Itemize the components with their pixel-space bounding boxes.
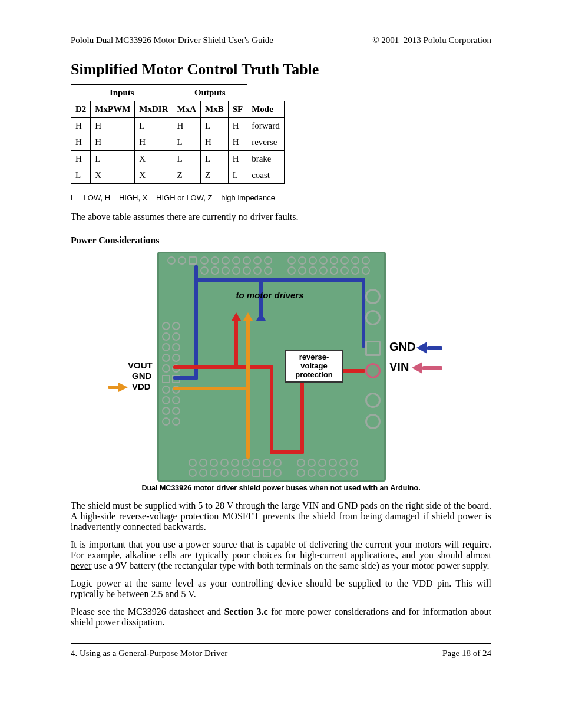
para-assumption: The above table assumes there are curren… — [71, 212, 491, 222]
footer-left: 4. Using as a General-Purpose Motor Driv… — [71, 648, 227, 658]
gnd-pad — [365, 341, 381, 356]
th-mode: Mode — [247, 101, 284, 118]
th-mxb: MxB — [201, 101, 229, 118]
table-row: HLXLLHbrake — [71, 151, 285, 167]
truth-table: Inputs Outputs D2 MxPWM MxDIR MxA MxB SF… — [71, 84, 285, 184]
trace-blue — [362, 278, 365, 348]
th-mxpwm: MxPWM — [91, 101, 135, 118]
arrowhead-icon — [243, 312, 253, 321]
trace-orange — [173, 387, 250, 390]
th-inputs: Inputs — [71, 85, 173, 101]
label-vout: VOUT — [128, 360, 153, 370]
page-footer: 4. Using as a General-Purpose Motor Driv… — [71, 648, 491, 658]
table-header-row: D2 MxPWM MxDIR MxA MxB SF Mode — [71, 101, 285, 118]
big-pad — [365, 310, 381, 325]
arrow-stem — [427, 346, 442, 350]
header-right: © 2001–2013 Pololu Corporation — [372, 35, 491, 45]
label-reverse-voltage: reverse-voltage protection — [285, 350, 343, 383]
big-pad — [365, 289, 381, 304]
trace-blue — [194, 278, 365, 282]
trace-red — [270, 365, 273, 454]
label-vin: VIN — [389, 360, 409, 374]
label-gnd-left: GND — [132, 371, 151, 381]
para-current: It is important that you use a power sou… — [71, 539, 491, 571]
th-outputs: Outputs — [173, 85, 247, 101]
th-mxdir: MxDIR — [135, 101, 173, 118]
figure: to motor drivers reverse-voltage protect… — [134, 252, 428, 482]
th-mxa: MxA — [173, 101, 201, 118]
trace-blue — [194, 265, 198, 380]
label-to-motor-drivers: to motor drivers — [223, 290, 317, 300]
arrowhead-icon — [232, 312, 241, 321]
trace-blue — [173, 376, 198, 380]
trace-orange — [246, 319, 250, 459]
label-gnd-right: GND — [389, 340, 415, 354]
header-left: Pololu Dual MC33926 Motor Driver Shield … — [71, 35, 273, 45]
board-diagram: to motor drivers reverse-voltage protect… — [157, 252, 386, 482]
figure-caption: Dual MC33926 motor driver shield power b… — [116, 484, 446, 492]
trace-red — [270, 450, 304, 454]
subheading-power: Power Considerations — [71, 235, 491, 246]
para-supply: The shield must be supplied with 5 to 28… — [71, 500, 491, 532]
arrowhead-icon — [256, 312, 266, 321]
arrow-stem — [422, 366, 442, 370]
trace-red — [173, 365, 273, 369]
arrow-stem — [108, 386, 120, 389]
para-logic: Logic power at the same level as your co… — [71, 578, 491, 599]
arrow-vdd-icon — [118, 383, 128, 392]
arrow-gnd-icon — [416, 342, 427, 354]
th-sf: SF — [228, 101, 247, 118]
page-header: Pololu Dual MC33926 Motor Driver Shield … — [71, 35, 491, 45]
th-d2: D2 — [71, 101, 91, 118]
table-row: HHLHLHforward — [71, 118, 285, 134]
section-title: Simplified Motor Control Truth Table — [71, 61, 491, 78]
big-pad — [365, 393, 381, 408]
footer-right: Page 18 of 24 — [442, 648, 491, 658]
para-datasheet: Please see the MC33926 datasheet and Sec… — [71, 607, 491, 628]
big-pad — [365, 414, 381, 429]
label-vdd: VDD — [132, 381, 151, 391]
vin-pad — [365, 363, 381, 378]
trace-red — [234, 319, 238, 368]
footer-rule — [71, 643, 491, 644]
arrow-vin-icon — [412, 362, 422, 374]
table-row: LXXZZLcoast — [71, 167, 285, 184]
legend-note: L = LOW, H = HIGH, X = HIGH or LOW, Z = … — [71, 193, 491, 202]
table-row: HHHLHHreverse — [71, 134, 285, 151]
page: Pololu Dual MC33926 Motor Driver Shield … — [0, 0, 562, 728]
